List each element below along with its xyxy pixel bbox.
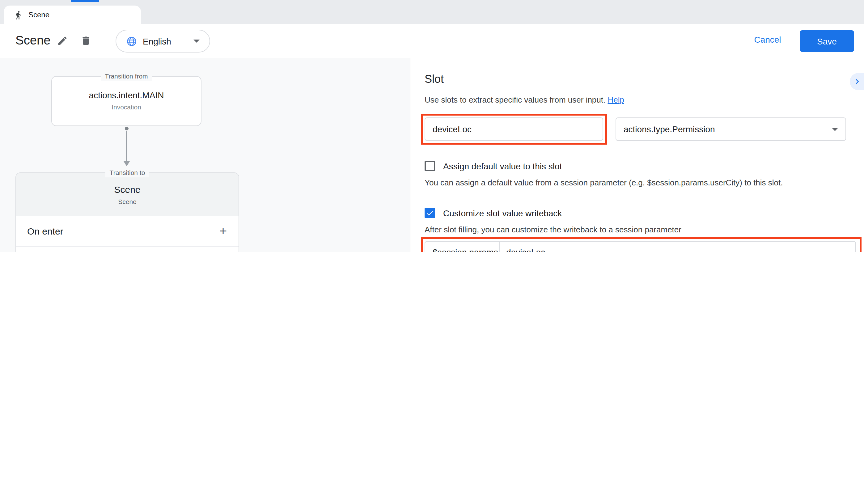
connector-line: [126, 131, 127, 161]
writeback-checkbox-row[interactable]: Customize slot value writeback: [424, 208, 562, 218]
connector-arrowhead: [123, 161, 130, 166]
checkmark-icon: [426, 208, 434, 217]
chevron-down-icon: [832, 128, 838, 131]
writeback-annotation-box: $session.params.: [421, 237, 862, 252]
edit-scene-button[interactable]: [57, 35, 69, 48]
writeback-help-text: After slot filling, you can customize th…: [424, 225, 681, 234]
scene-header: Scene English Cancel Save: [0, 24, 864, 58]
pencil-icon: [57, 35, 68, 46]
collapse-panel-button[interactable]: [850, 73, 864, 90]
intent-type: Invocation: [52, 103, 201, 111]
slot-heading: Slot: [424, 73, 444, 86]
help-link[interactable]: Help: [608, 95, 625, 105]
language-label: English: [143, 36, 171, 46]
assign-default-checkbox-row[interactable]: Assign default value to this slot: [424, 161, 562, 171]
scene-flow-panel: Transition from actions.intent.MAIN Invo…: [0, 58, 410, 252]
tab-scene[interactable]: Scene: [4, 5, 141, 24]
chevron-right-icon: [852, 77, 862, 86]
add-on-enter-button[interactable]: +: [215, 223, 231, 239]
writeback-checkbox[interactable]: [424, 208, 435, 218]
save-button[interactable]: Save: [800, 30, 854, 52]
trash-icon: [80, 35, 92, 46]
slot-name-annotation-box: [421, 114, 607, 145]
slot-editor-panel: Slot Use slots to extract specific value…: [410, 58, 864, 252]
delete-scene-button[interactable]: [80, 35, 93, 48]
walking-person-icon: [14, 10, 23, 20]
tab-label: Scene: [28, 11, 49, 19]
writeback-value-input[interactable]: [500, 242, 855, 252]
assign-default-help-text: You can assign a default value from a se…: [424, 178, 783, 187]
active-tab-indicator: [71, 0, 99, 2]
tab-bar: Scene: [0, 0, 864, 24]
page-title: Scene: [15, 33, 50, 48]
globe-icon: [126, 36, 137, 47]
cancel-button[interactable]: Cancel: [750, 35, 785, 45]
assign-default-checkbox[interactable]: [424, 161, 435, 171]
language-selector[interactable]: English: [116, 30, 210, 52]
slot-name-input[interactable]: [424, 117, 603, 141]
section-condition[interactable]: Condition +: [16, 247, 239, 252]
scene-node-card[interactable]: Transition to Scene Scene On enter + Con…: [15, 172, 239, 252]
connector-dot: [124, 127, 128, 130]
slot-type-select[interactable]: actions.type.Permission: [615, 117, 846, 141]
slot-description: Use slots to extract specific values fro…: [424, 95, 624, 105]
transition-from-node[interactable]: Transition from actions.intent.MAIN Invo…: [51, 76, 202, 126]
actions-builder-app: Scene Scene English Cancel Save Transiti…: [0, 0, 864, 252]
chevron-down-icon: [193, 39, 200, 43]
scene-card-subtitle: Scene: [16, 198, 239, 205]
section-on-enter[interactable]: On enter +: [16, 216, 239, 247]
transition-from-legend: Transition from: [100, 72, 152, 81]
scene-card-header: Scene Scene: [16, 173, 239, 216]
intent-name: actions.intent.MAIN: [52, 90, 201, 100]
writeback-field-group: $session.params.: [424, 241, 856, 252]
transition-to-legend: Transition to: [105, 168, 149, 177]
session-params-prefix: $session.params.: [425, 242, 500, 252]
